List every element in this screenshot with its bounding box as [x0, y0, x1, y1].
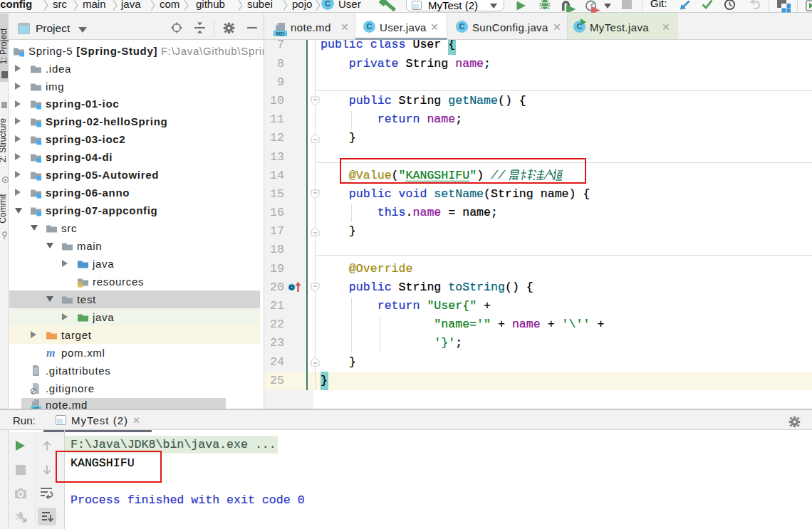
svg-text:m: m: [46, 347, 55, 359]
svg-text:MD: MD: [276, 31, 285, 36]
